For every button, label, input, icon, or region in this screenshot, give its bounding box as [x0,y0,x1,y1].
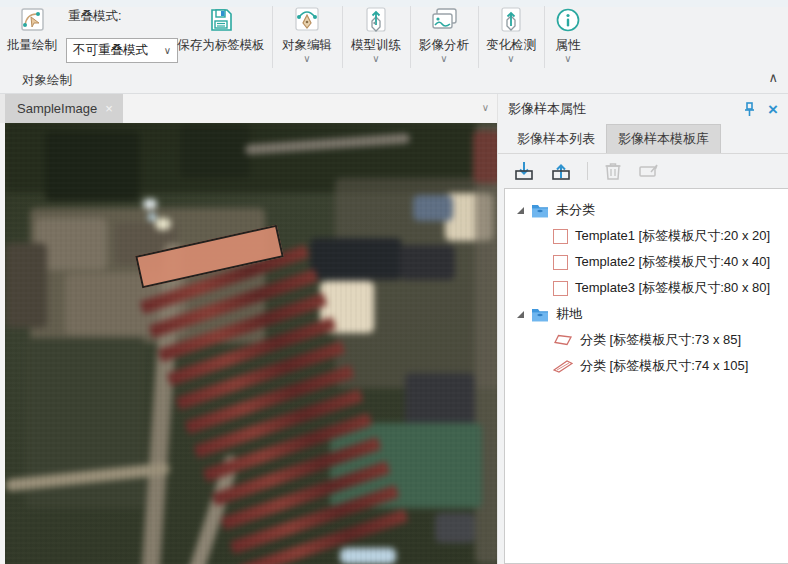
tree-item-label: Template3 [标签模板尺寸:80 x 80] [575,279,770,297]
tree-folder-unclassified[interactable]: 未分类 [505,197,788,223]
ribbon-separator [478,6,479,68]
chevron-down-icon: ∨ [480,53,542,65]
map-view[interactable] [5,123,497,564]
overlap-mode-value: 不可重叠模式 [73,42,148,59]
template-square-icon [553,229,568,244]
document-tab-label: SampleImage [17,101,97,116]
sample-properties-panel: 影像样本属性 × 影像样本列表 影像样本模板库 [497,94,788,564]
image-analysis-icon [412,2,476,38]
map-pane: SampleImage × ∨ [0,94,497,564]
expander-icon[interactable] [517,207,524,214]
menu-model-training[interactable]: 模型训练 ∨ [344,2,408,65]
close-icon[interactable]: × [105,101,113,116]
menu-properties[interactable]: 属性 ∨ [546,2,590,65]
pen-edit-icon [274,2,340,38]
tree-item-template1[interactable]: Template1 [标签模板尺寸:20 x 20] [505,223,788,249]
template-tree: 未分类 Template1 [标签模板尺寸:20 x 20] Template2… [504,188,788,564]
menu-properties-label: 属性 [546,38,590,53]
ribbon-separator [342,6,343,68]
tree-folder-farmland[interactable]: 耕地 [505,301,788,327]
tab-sample-list[interactable]: 影像样本列表 [506,124,606,153]
chevron-down-icon: ∨ [412,53,476,65]
panel-header: 影像样本属性 × [498,94,788,124]
close-icon[interactable]: × [768,101,778,118]
panel-title: 影像样本属性 [508,100,731,118]
ribbon-group-label: 对象绘制 [22,72,72,89]
tree-item-template2[interactable]: Template2 [标签模板尺寸:40 x 40] [505,249,788,275]
save-icon [170,2,272,38]
batch-draw-label: 批量绘制 [0,38,64,53]
tree-item-label: Template2 [标签模板尺寸:40 x 40] [575,253,770,271]
content-area: SampleImage × ∨ [0,94,788,564]
toolbar-separator [587,162,588,180]
info-icon [546,2,590,38]
document-tab-sampleimage[interactable]: SampleImage × [5,94,123,123]
menu-change-detection-label: 变化检测 [480,38,542,53]
export-icon[interactable] [550,160,572,182]
document-tab-bar: SampleImage × ∨ [0,94,497,123]
chevron-down-icon: ∨ [546,53,590,65]
folder-label: 耕地 [556,305,582,323]
tree-item-label: 分类 [标签模板尺寸:73 x 85] [580,331,741,349]
folder-icon [531,307,549,322]
tab-list-chevron-icon[interactable]: ∨ [482,102,489,113]
folder-label: 未分类 [556,201,595,219]
import-icon[interactable] [513,160,535,182]
folder-icon [531,203,549,218]
rename-icon[interactable] [638,161,660,181]
menu-image-analysis[interactable]: 影像分析 ∨ [412,2,476,65]
change-detect-icon [480,2,542,38]
satellite-image [5,123,497,564]
template-square-icon [553,255,568,270]
tree-item-template3[interactable]: Template3 [标签模板尺寸:80 x 80] [505,275,788,301]
menu-object-edit[interactable]: 对象编辑 ∨ [274,2,340,65]
template-parallelogram-icon [553,333,573,347]
ribbon-separator [544,6,545,68]
chevron-down-icon: ∨ [274,53,340,65]
ribbon-separator [410,6,411,68]
save-template-label: 保存为标签模板 [170,38,272,53]
delete-icon[interactable] [603,160,623,182]
ribbon-separator [272,6,273,68]
batch-draw-icon [0,2,64,38]
panel-tab-bar: 影像样本列表 影像样本模板库 [498,124,788,154]
template-square-icon [553,281,568,296]
ribbon-collapse-button[interactable]: ∧ [768,70,778,85]
menu-object-edit-label: 对象编辑 [274,38,340,53]
tree-item-class-2[interactable]: 分类 [标签模板尺寸:74 x 105] [505,353,788,379]
expander-icon[interactable] [517,311,524,318]
ribbon: 批量绘制 重叠模式: 不可重叠模式 ∨ 保存为标签模板 [0,0,788,94]
batch-draw-button[interactable]: 批量绘制 [0,2,64,53]
menu-change-detection[interactable]: 变化检测 ∨ [480,2,542,65]
template-parallelogram-icon [553,359,573,373]
overlap-mode-select[interactable]: 不可重叠模式 ∨ [66,38,178,63]
tree-item-label: 分类 [标签模板尺寸:74 x 105] [580,357,748,375]
app-window: 批量绘制 重叠模式: 不可重叠模式 ∨ 保存为标签模板 [0,0,788,564]
tab-template-library[interactable]: 影像样本模板库 [606,124,721,153]
tag-train-icon [344,2,408,38]
tree-item-class-1[interactable]: 分类 [标签模板尺寸:73 x 85] [505,327,788,353]
menu-image-analysis-label: 影像分析 [412,38,476,53]
tree-item-label: Template1 [标签模板尺寸:20 x 20] [575,227,770,245]
pin-icon[interactable] [743,102,756,117]
save-template-button[interactable]: 保存为标签模板 [170,2,272,53]
overlap-mode-label: 重叠模式: [68,8,121,25]
panel-toolbar [498,154,788,187]
menu-model-training-label: 模型训练 [344,38,408,53]
chevron-down-icon: ∨ [344,53,408,65]
